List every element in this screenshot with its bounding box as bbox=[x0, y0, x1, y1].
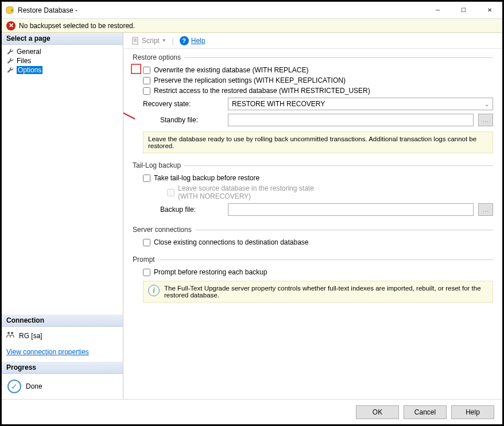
wrench-icon bbox=[6, 48, 14, 56]
script-icon bbox=[131, 37, 139, 45]
recovery-info-bar: Leave the database ready to use by rolli… bbox=[143, 131, 493, 153]
fulltext-info-bar: i The Full-Text Upgrade server property … bbox=[143, 281, 493, 303]
overwrite-label: Overwrite the existing database (WITH RE… bbox=[154, 66, 308, 74]
tail-log-legend: Tail-Log backup bbox=[133, 161, 493, 169]
take-tail-log-label: Take tail-log backup before restore bbox=[154, 174, 259, 182]
sidebar-item-label[interactable]: Files bbox=[17, 57, 31, 65]
red-box-annotation bbox=[131, 64, 142, 75]
error-icon: ✕ bbox=[6, 21, 15, 30]
done-check-icon: ✓ bbox=[7, 379, 21, 393]
backup-file-input[interactable] bbox=[228, 203, 474, 216]
wrench-icon bbox=[6, 66, 14, 74]
backup-file-label: Backup file: bbox=[143, 206, 223, 214]
help-icon: ? bbox=[180, 36, 189, 45]
overwrite-checkbox[interactable] bbox=[143, 67, 150, 74]
svg-point-1 bbox=[7, 332, 10, 334]
help-button-footer[interactable]: Help bbox=[451, 405, 494, 419]
take-tail-log-checkbox[interactable] bbox=[143, 175, 150, 182]
prompt-legend: Prompt bbox=[133, 255, 493, 264]
close-connections-label: Close existing connections to destinatio… bbox=[154, 238, 309, 246]
restrict-access-checkbox[interactable] bbox=[143, 87, 150, 95]
chevron-down-icon: ⌄ bbox=[484, 101, 489, 107]
select-page-header: Select a page bbox=[2, 33, 123, 45]
sidebar-item-label[interactable]: General bbox=[17, 48, 41, 56]
recovery-state-combo[interactable]: RESTORE WITH RECOVERY ⌄ bbox=[228, 98, 493, 110]
leave-source-restoring-label: Leave source database in the restoring s… bbox=[178, 184, 314, 200]
svg-point-2 bbox=[11, 332, 13, 334]
info-icon: i bbox=[148, 285, 160, 296]
view-connection-properties-link[interactable]: View connection properties bbox=[2, 344, 123, 362]
backup-file-browse-button[interactable]: … bbox=[478, 203, 493, 216]
maximize-button[interactable]: ☐ bbox=[451, 2, 476, 19]
recovery-info-text: Leave the database ready to use by rolli… bbox=[148, 135, 488, 149]
script-label: Script bbox=[142, 37, 160, 45]
prompt-before-restore-label: Prompt before restoring each backup bbox=[154, 268, 267, 276]
minimize-button[interactable]: ─ bbox=[425, 2, 451, 19]
error-message: No backupset selected to be restored. bbox=[19, 22, 135, 30]
dropdown-arrow-icon: ▼ bbox=[162, 38, 166, 43]
fulltext-info-text: The Full-Text Upgrade server property co… bbox=[164, 285, 488, 299]
standby-file-input[interactable] bbox=[228, 114, 474, 126]
standby-file-label: Standby file: bbox=[143, 116, 223, 124]
svg-rect-10 bbox=[131, 64, 141, 73]
connection-header: Connection bbox=[2, 315, 123, 327]
standby-browse-button[interactable]: … bbox=[478, 114, 493, 126]
connection-value: RG [sa] bbox=[19, 332, 42, 340]
sidebar-item-files[interactable]: Files bbox=[6, 56, 118, 65]
sidebar-item-label[interactable]: Options bbox=[17, 66, 42, 74]
ok-button[interactable]: OK bbox=[356, 405, 399, 419]
preserve-replication-label: Preserve the replication settings (WITH … bbox=[154, 76, 346, 84]
cancel-button[interactable]: Cancel bbox=[404, 405, 447, 419]
restore-options-legend: Restore options bbox=[133, 53, 493, 61]
preserve-replication-checkbox[interactable] bbox=[143, 77, 150, 84]
wrench-icon bbox=[6, 57, 14, 65]
sidebar-item-general[interactable]: General bbox=[6, 47, 118, 56]
recovery-state-label: Recovery state: bbox=[143, 100, 223, 108]
help-button[interactable]: ? Help bbox=[176, 35, 209, 47]
recovery-state-value: RESTORE WITH RECOVERY bbox=[232, 100, 325, 108]
restrict-access-label: Restrict access to the restored database… bbox=[154, 87, 370, 95]
progress-header: Progress bbox=[2, 362, 123, 374]
close-connections-checkbox[interactable] bbox=[143, 239, 150, 246]
server-connections-legend: Server connections bbox=[133, 226, 493, 234]
script-button[interactable]: Script ▼ bbox=[128, 36, 170, 46]
svg-rect-3 bbox=[133, 37, 138, 44]
help-label: Help bbox=[191, 37, 206, 45]
progress-status: Done bbox=[26, 382, 42, 390]
close-button[interactable]: ✕ bbox=[476, 2, 502, 19]
prompt-before-restore-checkbox[interactable] bbox=[143, 269, 150, 276]
server-icon bbox=[6, 331, 15, 340]
sidebar-item-options[interactable]: Options bbox=[6, 65, 118, 75]
window-title: Restore Database - bbox=[18, 6, 425, 14]
leave-source-restoring-checkbox bbox=[167, 189, 175, 196]
database-restore-icon bbox=[5, 6, 14, 15]
